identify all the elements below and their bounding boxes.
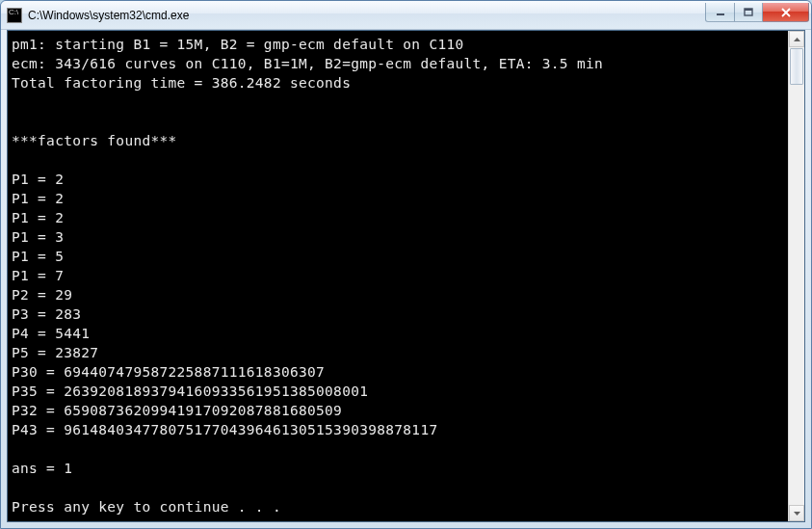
client-area: pm1: starting B1 = 15M, B2 = gmp-ecm def… — [7, 30, 805, 522]
console-output[interactable]: pm1: starting B1 = 15M, B2 = gmp-ecm def… — [8, 31, 788, 521]
titlebar[interactable]: C:\ C:\Windows\system32\cmd.exe — [1, 1, 811, 30]
window-buttons — [705, 3, 809, 22]
svg-rect-2 — [745, 9, 752, 11]
scroll-up-button[interactable] — [789, 31, 804, 47]
scroll-thumb[interactable] — [790, 48, 803, 85]
window-title: C:\Windows\system32\cmd.exe — [28, 9, 189, 22]
vertical-scrollbar[interactable] — [788, 31, 804, 521]
cmd-icon: C:\ — [7, 8, 22, 23]
maximize-button[interactable] — [734, 3, 763, 22]
terminal-window: C:\ C:\Windows\system32\cmd.exe pm1: sta… — [0, 0, 812, 529]
scroll-down-button[interactable] — [789, 505, 804, 521]
close-button[interactable] — [763, 3, 809, 22]
minimize-button[interactable] — [705, 3, 734, 22]
svg-rect-0 — [717, 13, 724, 15]
